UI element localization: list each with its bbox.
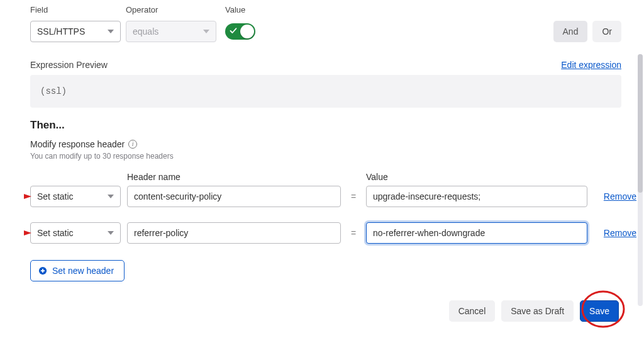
value-label: Value <box>225 5 275 14</box>
header-mode-select[interactable]: Set static <box>30 222 121 244</box>
chevron-down-icon <box>108 30 114 33</box>
header-name-input[interactable] <box>127 222 341 244</box>
chevron-down-icon <box>108 231 114 235</box>
expression-preview-label: Expression Preview <box>30 60 108 70</box>
remove-header-link[interactable]: Remove <box>594 191 636 201</box>
equals-label: = <box>347 228 360 238</box>
header-value-col-label: Value <box>366 172 587 182</box>
field-select-value: SSL/HTTPS <box>37 26 85 37</box>
header-row: Set static=Remove <box>30 222 621 244</box>
remove-header-link[interactable]: Remove <box>594 228 636 238</box>
set-new-header-button[interactable]: Set new header <box>30 260 125 281</box>
chevron-down-icon <box>108 195 114 198</box>
then-heading: Then... <box>30 119 621 132</box>
header-mode-value: Set static <box>37 228 74 238</box>
header-value-input[interactable] <box>366 186 587 207</box>
annotation-arrow-icon <box>5 190 31 203</box>
header-name-col-label: Header name <box>127 172 341 182</box>
header-name-input[interactable] <box>127 186 341 207</box>
operator-label: Operator <box>126 5 216 14</box>
header-value-input[interactable] <box>366 222 587 244</box>
modify-response-header-label: Modify response header <box>30 139 125 149</box>
info-icon[interactable]: i <box>128 140 137 149</box>
chevron-down-icon <box>203 30 209 33</box>
operator-select[interactable]: equals <box>126 21 216 42</box>
value-toggle[interactable] <box>225 23 255 40</box>
header-mode-select[interactable]: Set static <box>30 186 121 207</box>
save-button[interactable]: Save <box>580 300 619 322</box>
check-icon <box>230 27 238 36</box>
expression-preview-code: (ssl) <box>30 75 621 108</box>
or-button[interactable]: Or <box>592 21 621 42</box>
set-new-header-label: Set new header <box>52 266 114 276</box>
field-label: Field <box>30 5 121 14</box>
operator-select-value: equals <box>133 26 158 37</box>
and-button[interactable]: And <box>553 21 588 42</box>
annotation-arrow-icon <box>5 226 31 240</box>
header-row: Set static=Remove <box>30 186 621 207</box>
equals-label: = <box>347 191 360 201</box>
save-as-draft-button[interactable]: Save as Draft <box>501 300 574 322</box>
plus-circle-icon <box>38 266 47 275</box>
toggle-knob <box>240 25 254 38</box>
scrollbar[interactable] <box>638 54 643 306</box>
edit-expression-link[interactable]: Edit expression <box>561 60 621 70</box>
scrollbar-thumb[interactable] <box>638 54 643 193</box>
header-mode-value: Set static <box>37 191 74 201</box>
field-select[interactable]: SSL/HTTPS <box>30 21 121 42</box>
modify-caption: You can modify up to 30 response headers <box>30 152 621 161</box>
cancel-button[interactable]: Cancel <box>449 300 496 322</box>
